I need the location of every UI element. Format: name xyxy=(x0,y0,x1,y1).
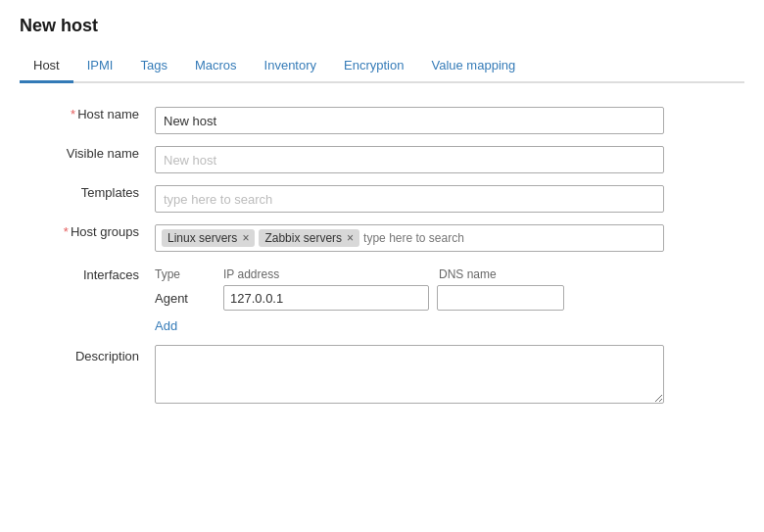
tag-zabbix-servers: Zabbix servers × xyxy=(259,229,359,247)
iface-dns-input[interactable] xyxy=(437,285,564,311)
add-interface-link-container: Add xyxy=(155,311,737,333)
hostname-cell xyxy=(147,101,744,140)
hostname-input[interactable] xyxy=(155,107,664,134)
interfaces-label: Interfaces xyxy=(20,258,147,339)
tag-linux-servers: Linux servers × xyxy=(162,229,255,247)
hostname-label: *Host name xyxy=(20,101,147,140)
tab-host[interactable]: Host xyxy=(20,50,73,83)
iface-type-agent: Agent xyxy=(155,291,223,306)
tab-encryption[interactable]: Encryption xyxy=(330,50,417,83)
templates-input[interactable] xyxy=(155,185,664,213)
required-star-groups: * xyxy=(64,224,69,239)
add-interface-link[interactable]: Add xyxy=(155,318,177,333)
interfaces-section: Type IP address DNS name Agent Add xyxy=(155,264,737,333)
description-label: Description xyxy=(20,339,147,412)
tab-inventory[interactable]: Inventory xyxy=(251,50,330,83)
visible-name-label: Visible name xyxy=(20,140,147,179)
tab-macros[interactable]: Macros xyxy=(181,50,251,83)
required-star: * xyxy=(71,107,75,121)
tab-tags[interactable]: Tags xyxy=(126,50,180,83)
templates-cell xyxy=(147,179,744,218)
form-table: *Host name Visible name Templates xyxy=(20,101,744,412)
interfaces-cell: Type IP address DNS name Agent Add xyxy=(147,258,744,339)
col-dns-header: DNS name xyxy=(439,267,596,281)
host-groups-label: *Host groups xyxy=(20,218,147,258)
tab-value-mapping[interactable]: Value mapping xyxy=(417,50,529,83)
description-input[interactable] xyxy=(155,345,664,404)
tag-linux-servers-label: Linux servers xyxy=(167,231,237,245)
tabs-bar: Host IPMI Tags Macros Inventory Encrypti… xyxy=(20,50,744,83)
page-container: New host Host IPMI Tags Macros Inventory… xyxy=(0,0,764,532)
visible-name-row: Visible name xyxy=(20,140,744,179)
col-ip-header: IP address xyxy=(223,267,439,281)
interface-row-0: Agent xyxy=(155,285,737,311)
iface-ip-input[interactable] xyxy=(223,285,429,311)
templates-label: Templates xyxy=(20,179,147,218)
interfaces-header: Type IP address DNS name xyxy=(155,267,737,281)
description-row: Description xyxy=(20,339,744,412)
hostname-row: *Host name xyxy=(20,101,744,140)
page-title: New host xyxy=(20,16,744,36)
tag-linux-servers-remove[interactable]: × xyxy=(242,232,249,244)
description-cell xyxy=(147,339,744,412)
col-type-header: Type xyxy=(155,267,223,281)
templates-row: Templates xyxy=(20,179,744,218)
interfaces-row: Interfaces Type IP address DNS name Agen… xyxy=(20,258,744,339)
host-groups-row: *Host groups Linux servers × Zabbix serv… xyxy=(20,218,744,258)
host-groups-cell: Linux servers × Zabbix servers × xyxy=(147,218,744,258)
visible-name-cell xyxy=(147,140,744,179)
tag-zabbix-servers-remove[interactable]: × xyxy=(347,232,354,244)
tag-zabbix-servers-label: Zabbix servers xyxy=(264,231,342,245)
visible-name-input[interactable] xyxy=(155,146,664,173)
host-groups-tags-container[interactable]: Linux servers × Zabbix servers × xyxy=(155,224,664,252)
tab-ipmi[interactable]: IPMI xyxy=(73,50,127,83)
host-groups-search-input[interactable] xyxy=(363,229,510,247)
